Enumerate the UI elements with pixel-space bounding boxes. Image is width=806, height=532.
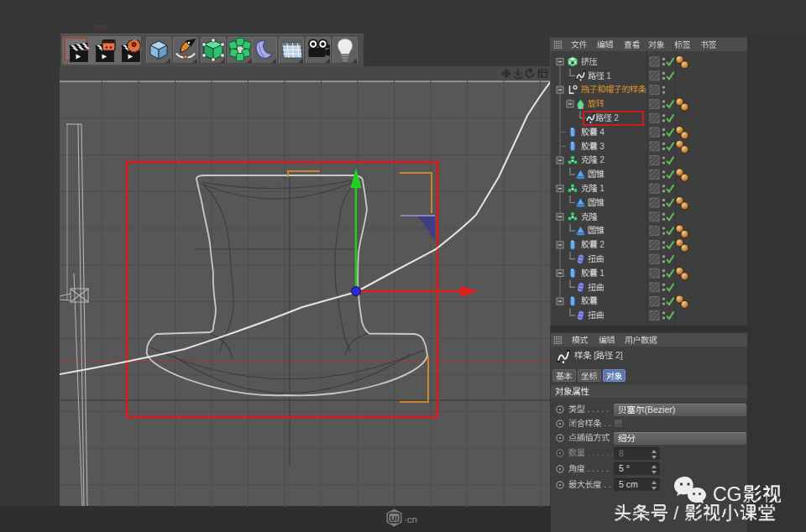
svg-text:. . . . .: . . . . . <box>585 404 609 414</box>
svg-text:1: 1 <box>597 184 604 193</box>
svg-text:1: 1 <box>604 70 611 80</box>
svg-text:1: 1 <box>597 269 604 278</box>
svg-text:5 cm: 5 cm <box>619 479 638 489</box>
svg-text:UI: UI <box>390 514 399 523</box>
svg-text:/: / <box>668 503 683 524</box>
svg-text:. .: . . <box>601 419 610 428</box>
svg-text:·cn: ·cn <box>404 514 417 524</box>
svg-text:(Bezier): (Bezier) <box>645 404 676 415</box>
svg-text:CG: CG <box>713 483 742 505</box>
svg-text:4: 4 <box>597 128 604 137</box>
svg-text:. .: . . <box>601 480 610 489</box>
svg-text:3: 3 <box>597 141 604 150</box>
svg-text:2: 2 <box>597 240 604 249</box>
svg-text:. . . . .: . . . . . <box>585 464 609 473</box>
svg-text:. . . . . .: . . . . . . <box>585 448 614 457</box>
svg-text:8: 8 <box>619 448 624 458</box>
svg-text:5 °: 5 ° <box>619 463 630 473</box>
svg-text:[: [ <box>591 350 596 360</box>
svg-text:2: 2 <box>597 155 604 164</box>
svg-text:2]: 2] <box>613 350 623 360</box>
